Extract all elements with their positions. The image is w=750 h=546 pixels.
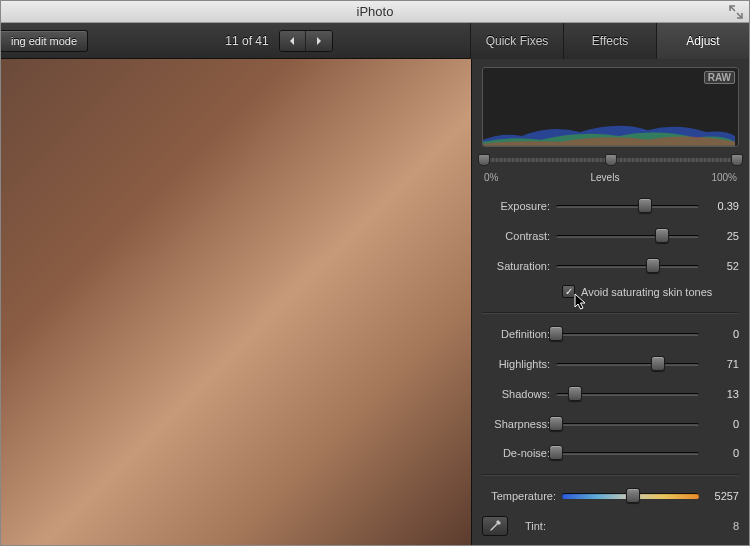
fullscreen-icon[interactable] [729,5,743,19]
shadows-label: Shadows: [482,388,550,400]
eyedropper-button[interactable] [482,516,508,536]
sharpness-label: Sharpness: [482,418,550,430]
shadows-value: 13 [705,388,739,400]
highlights-row: Highlights: 71 [482,351,739,377]
chevron-right-icon [314,36,324,46]
tint-label: Tint: [516,520,546,532]
temperature-value: 5257 [705,490,739,502]
tab-effects[interactable]: Effects [563,23,656,59]
levels-right-label: 100% [711,172,737,183]
exposure-value: 0.39 [705,200,739,212]
levels-title: Levels [590,172,619,183]
tint-value: 8 [733,520,739,532]
denoise-slider[interactable] [556,449,699,457]
exposure-label: Exposure: [482,200,550,212]
saturation-slider[interactable] [556,262,699,270]
temperature-row: Temperature: 5257 [482,483,739,509]
levels-black-handle[interactable] [478,154,490,166]
window-title: iPhoto [357,4,394,19]
sharpness-value: 0 [705,418,739,430]
check-icon: ✓ [565,286,573,297]
adjust-panel: RAW 0% Levels 100% [471,59,749,545]
saturation-value: 52 [705,260,739,272]
contrast-label: Contrast: [482,230,550,242]
highlights-value: 71 [705,358,739,370]
photo-viewer[interactable] [1,59,471,545]
app-window: iPhoto ing edit mode 11 of 41 Quick Fixe… [0,0,750,546]
levels-white-handle[interactable] [731,154,743,166]
titlebar: iPhoto [1,1,749,23]
levels-left-label: 0% [484,172,498,183]
denoise-value: 0 [705,447,739,459]
divider [482,474,739,475]
histogram-graph [483,103,735,146]
prev-photo-button[interactable] [280,31,306,51]
avoid-skin-row: ✓ Avoid saturating skin tones [482,283,739,304]
tint-row: Tint: 8 [482,513,739,539]
temperature-label: Temperature: [482,490,556,502]
saturation-label: Saturation: [482,260,550,272]
edit-mode-label: ing edit mode [11,35,77,47]
exposure-row: Exposure: 0.39 [482,193,739,219]
definition-value: 0 [705,328,739,340]
next-photo-button[interactable] [306,31,332,51]
levels-slider[interactable] [484,153,737,167]
denoise-label: De-noise: [482,447,550,459]
contrast-slider[interactable] [556,232,699,240]
raw-badge: RAW [704,71,735,84]
adjust-tabs: Quick Fixes Effects Adjust [470,23,749,59]
photo-image [1,59,471,545]
sharpness-slider[interactable] [556,420,699,428]
denoise-row: De-noise: 0 [482,441,739,467]
nav-arrows [279,30,333,52]
tab-adjust[interactable]: Adjust [656,23,749,59]
definition-slider[interactable] [556,330,699,338]
contrast-row: Contrast: 25 [482,223,739,249]
shadows-row: Shadows: 13 [482,381,739,407]
avoid-skin-checkbox[interactable]: ✓ [562,285,575,298]
toolbar: ing edit mode 11 of 41 Quick Fixes Effec… [1,23,749,59]
tab-quick-fixes[interactable]: Quick Fixes [470,23,563,59]
saturation-row: Saturation: 52 [482,253,739,279]
definition-label: Definition: [482,328,550,340]
highlights-label: Highlights: [482,358,550,370]
sharpness-row: Sharpness: 0 [482,411,739,437]
highlights-slider[interactable] [556,360,699,368]
temperature-slider[interactable] [562,492,699,500]
edit-mode-button[interactable]: ing edit mode [1,30,88,52]
eyedropper-icon [489,520,501,532]
divider [482,312,739,313]
exposure-slider[interactable] [556,202,699,210]
levels-labels: 0% Levels 100% [484,172,737,183]
photo-counter: 11 of 41 [225,34,268,48]
levels-mid-handle[interactable] [605,154,617,166]
definition-row: Definition: 0 [482,321,739,347]
avoid-skin-label[interactable]: Avoid saturating skin tones [581,286,712,298]
chevron-left-icon [287,36,297,46]
histogram[interactable]: RAW [482,67,739,147]
shadows-slider[interactable] [556,390,699,398]
contrast-value: 25 [705,230,739,242]
